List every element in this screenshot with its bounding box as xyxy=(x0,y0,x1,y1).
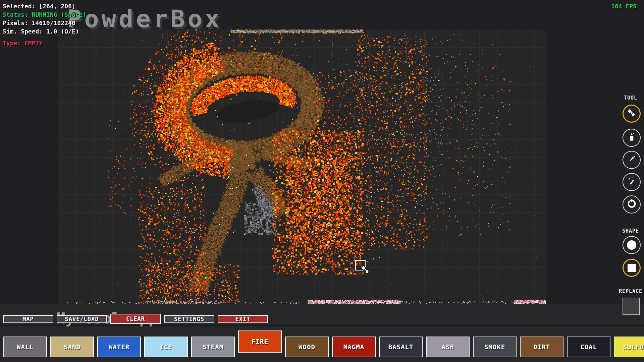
element-button-label: WALL xyxy=(17,343,34,351)
wand-icon xyxy=(626,176,637,188)
element-button-label: STEAM xyxy=(203,343,223,351)
menu-button-label: SETTINGS xyxy=(174,316,204,322)
hud-status: Status: RUNNING (Space) xyxy=(3,10,86,19)
tool-button-brush[interactable] xyxy=(623,105,641,123)
menu-button[interactable]: SETTINGS xyxy=(164,315,214,323)
menu-button-label: EXIT xyxy=(235,316,251,322)
replace-checkbox[interactable] xyxy=(623,298,640,315)
element-button-label: ICE xyxy=(160,343,172,351)
menu-button-label: CLEAR xyxy=(126,315,145,322)
element-button[interactable]: WALL xyxy=(3,337,47,357)
hud-pixels: Pixels: 14619/102240 xyxy=(3,19,86,27)
element-button[interactable]: DIRT xyxy=(520,337,564,357)
tool-button-rotate[interactable] xyxy=(623,195,641,214)
square-shape-icon xyxy=(628,264,636,272)
element-button-label: SMOKE xyxy=(484,343,505,351)
simulation-area[interactable] xyxy=(58,29,546,304)
element-button[interactable]: ICE xyxy=(144,337,188,357)
element-button-label: COAL xyxy=(580,343,597,351)
shape-section-label: SHAPE xyxy=(617,228,644,234)
element-button[interactable]: SAND xyxy=(50,337,94,357)
tool-section-label: TOOL xyxy=(617,95,644,101)
brush-icon xyxy=(626,108,637,120)
menu-button[interactable]: SAVE/LOAD xyxy=(57,315,107,323)
powderbox-app: { "title": "PowderBox", "watermark": "My… xyxy=(0,0,644,362)
rotate-icon xyxy=(626,198,637,210)
simulation-canvas[interactable] xyxy=(58,29,546,304)
app-title: PowderBox xyxy=(67,5,222,33)
element-button[interactable]: BASALT xyxy=(379,337,423,357)
tool-button-wand[interactable] xyxy=(623,173,641,191)
element-button[interactable]: COAL xyxy=(567,337,610,357)
hud-selected: Selected: [264, 206] xyxy=(3,2,86,10)
element-button[interactable]: MAGMA xyxy=(332,337,376,357)
element-button-label: SAND xyxy=(64,343,80,351)
menu-button-label: MAP xyxy=(22,316,34,322)
element-button[interactable]: ASH xyxy=(426,337,470,357)
circle-shape-icon xyxy=(627,240,636,250)
fps-counter: 164 FPS xyxy=(611,3,637,10)
element-button[interactable]: FIRE xyxy=(238,330,282,353)
spray-icon xyxy=(626,132,637,144)
shape-button-circle[interactable] xyxy=(623,236,641,254)
element-button-label: MAGMA xyxy=(343,343,364,351)
element-button[interactable]: STEAM xyxy=(191,337,235,357)
element-button-label: SULFUR xyxy=(623,343,644,351)
element-button-label: BASALT xyxy=(388,343,414,351)
replace-section-label: REPLACE xyxy=(617,288,644,294)
element-button-label: ASH xyxy=(441,343,454,351)
hud-sim-speed: Sim. Speed: 1.0 (Q/E) xyxy=(3,27,86,36)
dropper-icon xyxy=(626,154,637,166)
element-button[interactable]: WATER xyxy=(97,337,141,357)
menu-button-label: SAVE/LOAD xyxy=(65,316,99,322)
element-button[interactable]: SULFUR xyxy=(614,337,644,357)
element-palette: WALL SAND WATER ICE STEAM FIRE WOOD MAGM… xyxy=(3,337,644,359)
element-button[interactable]: SMOKE xyxy=(473,337,517,357)
menu-bar: MAP SAVE/LOAD CLEAR SETTINGS EXIT xyxy=(3,315,268,324)
element-button-label: DIRT xyxy=(533,343,550,351)
menu-button[interactable]: MAP xyxy=(3,315,53,323)
hud: Selected: [264, 206] Status: RUNNING (Sp… xyxy=(3,2,86,47)
shape-button-square[interactable] xyxy=(623,259,641,277)
element-button-label: FIRE xyxy=(252,338,268,345)
tool-button-spray[interactable] xyxy=(623,129,641,147)
element-button-label: WOOD xyxy=(299,343,315,351)
menu-button[interactable]: CLEAR xyxy=(110,314,161,324)
element-button[interactable]: WOOD xyxy=(285,337,329,357)
hud-type: Type: EMPTY xyxy=(3,39,86,47)
menu-button[interactable]: EXIT xyxy=(218,315,268,323)
tool-button-dropper[interactable] xyxy=(623,151,641,169)
element-button-label: WATER xyxy=(109,343,129,351)
